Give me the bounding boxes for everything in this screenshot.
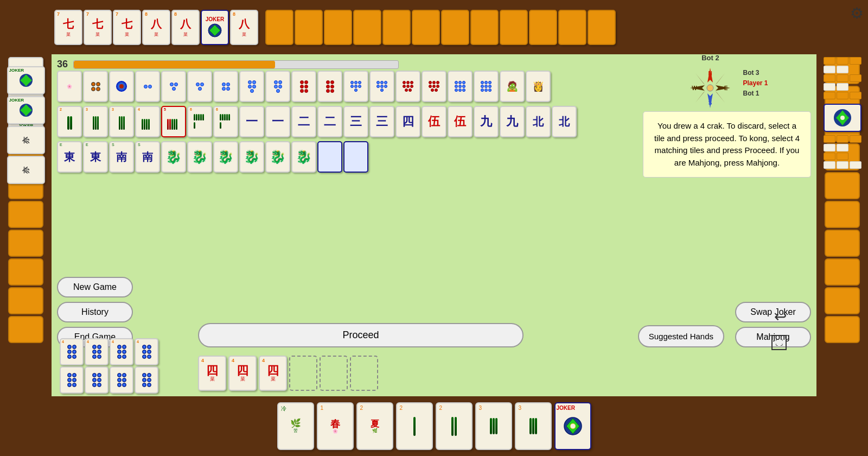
wall-tile-top <box>529 10 557 45</box>
char-tile-5b[interactable]: 伍 <box>448 106 473 137</box>
south-tile[interactable]: S 南 <box>109 141 134 173</box>
top-border-tiles: 7 七 菜 7 七 菜 7 七 菜 8 八 菜 8 八 菜 JOKER <box>52 0 816 54</box>
circle-tile-3b[interactable] <box>187 71 212 102</box>
circle-tile-5b[interactable] <box>265 71 290 102</box>
right-joker-tile[interactable] <box>824 104 861 132</box>
circle-tile-6[interactable] <box>291 71 316 102</box>
wind-tile-N2[interactable]: 北 <box>552 106 577 137</box>
circle-tile-2[interactable] <box>135 71 160 102</box>
svg-text:N: N <box>709 71 712 77</box>
player-tile-3[interactable]: 2 夏 🌿 <box>356 402 393 450</box>
score-tile-7[interactable] <box>110 366 133 394</box>
top-tile[interactable]: 8 八 菜 <box>230 10 258 45</box>
swap-joker-button[interactable]: Swap Joker <box>735 302 811 322</box>
top-tile[interactable]: 7 七 菜 <box>113 10 141 45</box>
circle-tile-7b[interactable] <box>369 71 394 102</box>
player-tile-6[interactable]: 3 <box>475 402 512 450</box>
east-tile[interactable]: E 東 <box>57 141 82 173</box>
dragon-tile-5[interactable]: 🐉 <box>265 141 290 173</box>
dragon-tile-3[interactable]: 🐉 <box>213 141 238 173</box>
undo-button[interactable]: ↩ <box>774 308 787 326</box>
score-tile-6[interactable] <box>85 366 108 394</box>
dragon-tile-6[interactable]: 🐉 <box>291 141 316 173</box>
south-tile-2[interactable]: S 南 <box>135 141 160 173</box>
drawn-tile-1[interactable]: 4 四 菜 <box>198 356 226 391</box>
circle-tile[interactable]: 🌸 <box>57 71 82 102</box>
bamboo-tile-2[interactable]: 2 <box>57 106 82 137</box>
player-tile-2[interactable]: 1 春 🌸 <box>317 402 354 450</box>
joker-tile-top[interactable]: JOKER <box>201 10 229 45</box>
drawn-tile-2[interactable]: 4 四 菜 <box>228 356 257 391</box>
dragon-tile-4[interactable]: 🐉 <box>239 141 264 173</box>
player-tile-5[interactable]: 2 <box>436 402 473 450</box>
bamboo-tile-3b[interactable]: 3 <box>109 106 134 137</box>
top-tile[interactable]: 7 七 菜 <box>84 10 112 45</box>
player-joker-tile[interactable]: JOKER <box>554 402 591 450</box>
top-tile[interactable]: 8 八 菜 <box>171 10 200 45</box>
char-tile-3b[interactable]: 三 <box>369 106 394 137</box>
special-tile[interactable]: 🧟 <box>500 71 525 102</box>
empty-tile-1[interactable] <box>317 141 342 173</box>
compass-svg: N S E W <box>686 64 735 112</box>
char-tile-4[interactable]: 四 <box>395 106 420 137</box>
settings-button[interactable]: ⚙ <box>850 4 864 22</box>
circle-tile-8b[interactable] <box>422 71 446 102</box>
circle-tile-4[interactable] <box>213 71 238 102</box>
left-special-tile-4[interactable]: 亦 <box>7 156 45 184</box>
wall-tile-top <box>353 10 381 45</box>
suggested-hands-button[interactable]: Suggested Hands <box>638 325 724 347</box>
score-tile-3[interactable]: 4 <box>110 338 133 365</box>
fullscreen-button[interactable]: ⛶ <box>771 335 787 350</box>
player-tile-7[interactable]: 3 <box>515 402 552 450</box>
player-tile-4[interactable]: 2 <box>396 402 433 450</box>
circle-tile-9[interactable] <box>448 71 473 102</box>
drawn-tile-3[interactable]: 4 四 菜 <box>259 356 287 391</box>
left-special-tile-2[interactable]: JOKER <box>7 96 45 124</box>
dragon-tile-2[interactable]: 🐉 <box>187 141 212 173</box>
tile-placeholder-3 <box>350 356 378 391</box>
bamboo-tile-3[interactable]: 3 <box>83 106 108 137</box>
wall-tile-top <box>382 10 411 45</box>
bamboo-tile-4[interactable]: 4 <box>135 106 160 137</box>
char-tile-9b[interactable]: 九 <box>500 106 525 137</box>
score-tile-5[interactable] <box>60 366 84 394</box>
new-game-button[interactable]: New Game <box>57 277 133 297</box>
wall-tile-top <box>500 10 528 45</box>
circle-tile-7[interactable] <box>343 71 368 102</box>
special-tile-2[interactable]: 👸 <box>526 71 551 102</box>
char-tile-1[interactable]: 一 <box>239 106 264 137</box>
bamboo-tile-6[interactable]: 6 <box>187 106 212 137</box>
compass-widget: N S E W <box>686 64 735 112</box>
circle-tile-8[interactable] <box>395 71 420 102</box>
bamboo-tile-6b[interactable]: 6 <box>213 106 238 137</box>
circle-tile-1[interactable] <box>109 71 134 102</box>
char-tile-5[interactable]: 伍 <box>422 106 446 137</box>
score-tile-1[interactable]: 4 <box>60 338 84 365</box>
circle-tile-5[interactable] <box>239 71 264 102</box>
circle-tile-9b[interactable] <box>474 71 499 102</box>
empty-tile-2[interactable] <box>343 141 368 173</box>
dragon-tile-1[interactable]: 🐉 <box>161 141 186 173</box>
east-tile-2[interactable]: E 東 <box>83 141 108 173</box>
score-tile-4[interactable]: 4 <box>135 338 158 365</box>
char-tile-1b[interactable]: 一 <box>265 106 290 137</box>
char-tile-2b[interactable]: 二 <box>317 106 342 137</box>
top-tile[interactable]: 7 七 菜 <box>54 10 82 45</box>
circle-tile-3[interactable] <box>161 71 186 102</box>
circle-tile[interactable] <box>83 71 108 102</box>
char-tile-9[interactable]: 九 <box>474 106 499 137</box>
bamboo-tile-5[interactable]: 5 <box>161 106 186 137</box>
player-tile-1[interactable]: 冷 🌿 苦 <box>277 402 314 450</box>
top-tile[interactable]: 8 八 菜 <box>142 10 170 45</box>
left-special-tile-3[interactable]: 亦 <box>7 126 45 154</box>
history-button[interactable]: History <box>57 302 133 322</box>
wind-tile-N[interactable]: 北 <box>526 106 551 137</box>
left-special-tile-1[interactable]: JOKER <box>7 66 45 94</box>
char-tile-3[interactable]: 三 <box>343 106 368 137</box>
score-tile-8[interactable] <box>135 366 158 394</box>
char-tile-2[interactable]: 二 <box>291 106 316 137</box>
bot1-label: Bot 1 <box>743 90 768 97</box>
proceed-button[interactable]: Proceed <box>198 323 524 347</box>
score-tile-2[interactable]: 4 <box>85 338 108 365</box>
circle-tile-6b[interactable] <box>317 71 342 102</box>
